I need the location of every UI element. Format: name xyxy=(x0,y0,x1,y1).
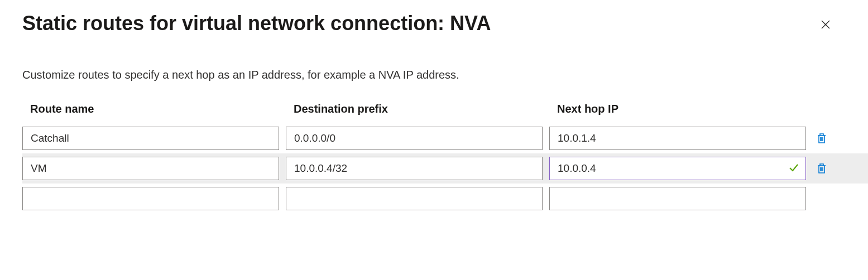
routes-grid: Route name Destination prefix Next hop I… xyxy=(22,98,846,214)
destination-prefix-input[interactable] xyxy=(286,127,543,150)
next-hop-cell xyxy=(549,157,806,180)
table-row xyxy=(22,153,868,184)
route-name-input[interactable] xyxy=(22,187,279,210)
table-row xyxy=(22,123,846,153)
table-row xyxy=(22,184,846,214)
destination-prefix-input[interactable] xyxy=(286,187,543,210)
destination-prefix-input[interactable] xyxy=(286,157,543,180)
trash-icon xyxy=(816,132,828,144)
delete-row-button[interactable] xyxy=(813,129,831,147)
panel-header: Static routes for virtual network connec… xyxy=(22,11,846,35)
panel-description: Customize routes to specify a next hop a… xyxy=(22,69,846,81)
column-header-destination-prefix: Destination prefix xyxy=(286,98,543,123)
next-hop-ip-input[interactable] xyxy=(549,187,806,210)
delete-row-button[interactable] xyxy=(813,160,831,177)
close-icon xyxy=(820,19,831,30)
column-header-route-name: Route name xyxy=(22,98,279,123)
column-header-actions xyxy=(813,105,846,117)
next-hop-cell xyxy=(549,127,806,150)
trash-icon xyxy=(816,162,828,175)
column-header-next-hop-ip: Next hop IP xyxy=(549,98,806,123)
page-title: Static routes for virtual network connec… xyxy=(22,11,491,35)
next-hop-ip-input[interactable] xyxy=(549,157,806,180)
close-button[interactable] xyxy=(817,16,835,33)
route-name-input[interactable] xyxy=(22,127,279,150)
next-hop-cell xyxy=(549,187,806,210)
route-name-input[interactable] xyxy=(22,157,279,180)
static-routes-panel: Static routes for virtual network connec… xyxy=(0,0,868,236)
next-hop-ip-input[interactable] xyxy=(549,127,806,150)
